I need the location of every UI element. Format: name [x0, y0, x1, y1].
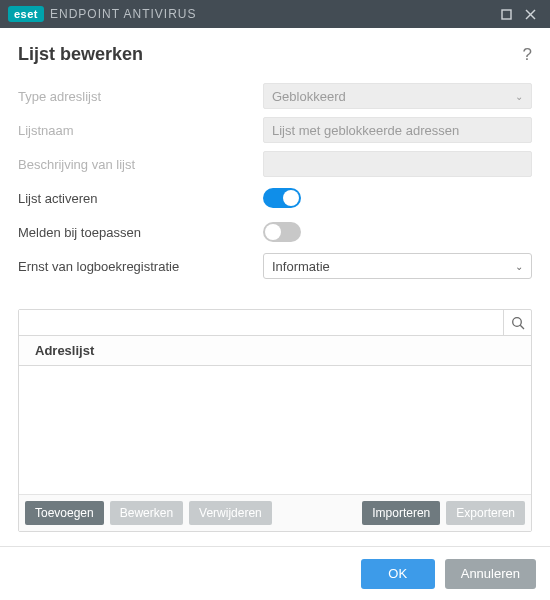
toggle-activate[interactable] — [263, 188, 301, 208]
cancel-button[interactable]: Annuleren — [445, 559, 536, 589]
address-list-panel: Adreslijst Toevoegen Bewerken Verwijdere… — [18, 309, 532, 532]
search-button[interactable] — [503, 310, 531, 335]
input-list-name: Lijst met geblokkeerde adressen — [263, 117, 532, 143]
chevron-down-icon: ⌄ — [515, 261, 523, 272]
svg-rect-0 — [502, 10, 511, 19]
label-list-name: Lijstnaam — [18, 123, 263, 138]
input-list-name-value: Lijst met geblokkeerde adressen — [272, 123, 459, 138]
label-list-desc: Beschrijving van lijst — [18, 157, 263, 172]
edit-button: Bewerken — [110, 501, 183, 525]
dialog-footer: OK Annuleren — [0, 546, 550, 600]
toggle-notify[interactable] — [263, 222, 301, 242]
label-activate: Lijst activeren — [18, 191, 263, 206]
chevron-down-icon: ⌄ — [515, 91, 523, 102]
titlebar: eset ENDPOINT ANTIVIRUS — [0, 0, 550, 28]
window-maximize-button[interactable] — [494, 2, 518, 26]
input-list-desc — [263, 151, 532, 177]
list-action-bar: Toevoegen Bewerken Verwijderen Importere… — [19, 494, 531, 531]
page-title: Lijst bewerken — [18, 44, 523, 65]
label-notify: Melden bij toepassen — [18, 225, 263, 240]
label-list-type: Type adreslijst — [18, 89, 263, 104]
help-icon[interactable]: ? — [523, 45, 532, 65]
window-close-button[interactable] — [518, 2, 542, 26]
svg-point-3 — [512, 317, 521, 326]
brand-text: ENDPOINT ANTIVIRUS — [50, 7, 196, 21]
select-list-type-value: Geblokkeerd — [272, 89, 346, 104]
select-list-type: Geblokkeerd ⌄ — [263, 83, 532, 109]
delete-button: Verwijderen — [189, 501, 272, 525]
search-input[interactable] — [19, 310, 503, 335]
export-button: Exporteren — [446, 501, 525, 525]
label-severity: Ernst van logboekregistratie — [18, 259, 263, 274]
list-body[interactable] — [19, 366, 531, 494]
svg-line-4 — [520, 325, 524, 329]
select-severity-value: Informatie — [272, 259, 330, 274]
import-button[interactable]: Importeren — [362, 501, 440, 525]
brand-badge: eset — [8, 6, 44, 22]
list-column-header[interactable]: Adreslijst — [19, 336, 531, 366]
add-button[interactable]: Toevoegen — [25, 501, 104, 525]
content-area: Lijst bewerken ? Type adreslijst Geblokk… — [0, 28, 550, 544]
ok-button[interactable]: OK — [361, 559, 435, 589]
select-severity[interactable]: Informatie ⌄ — [263, 253, 532, 279]
